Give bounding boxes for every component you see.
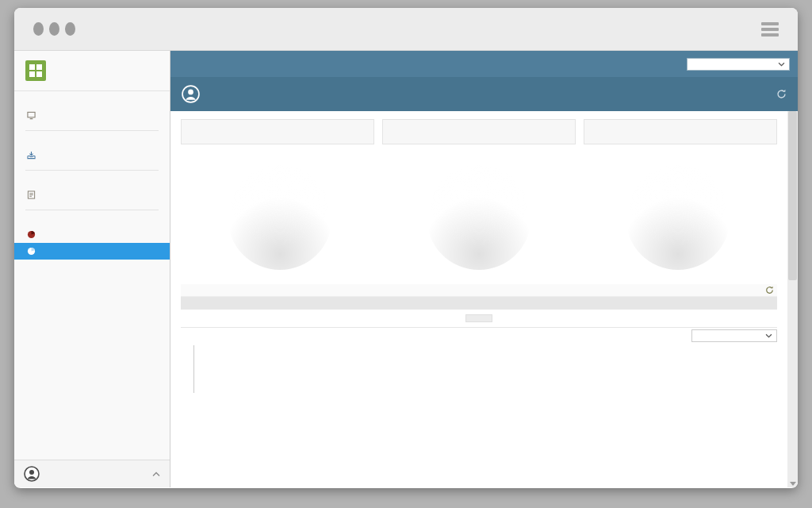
window-controls[interactable]	[33, 22, 75, 36]
sidebar-item-my-overview[interactable]	[14, 243, 170, 260]
load-more-button[interactable]	[465, 314, 492, 322]
refresh-icon[interactable]	[776, 89, 787, 99]
column-header	[181, 297, 297, 310]
pie-chart-priority	[626, 165, 730, 270]
monitor-icon	[27, 111, 36, 120]
sidebar-divider	[25, 210, 159, 210]
workspace-header	[14, 51, 170, 91]
sidebar	[14, 51, 170, 487]
pie-chart-row	[181, 165, 777, 270]
report-content	[170, 111, 787, 487]
assigned-tasks-plot	[193, 345, 777, 393]
scrollbar-down-arrow-icon[interactable]	[790, 482, 796, 486]
assigned-tasks-chart	[181, 345, 777, 393]
workspace-logo-icon[interactable]	[25, 60, 46, 81]
window-titlebar	[14, 8, 798, 51]
chevron-down-icon	[765, 333, 772, 338]
sidebar-item-process-overview[interactable]	[14, 226, 170, 243]
stat-card-escalated	[584, 119, 777, 144]
pie-chart-process-type	[228, 165, 332, 270]
nav-section-forms	[14, 177, 170, 187]
main-panel	[170, 51, 798, 487]
column-header	[634, 297, 753, 310]
hamburger-menu-icon[interactable]	[761, 22, 779, 37]
sidebar-item-dashboard[interactable]	[14, 107, 170, 124]
table-toolbar	[181, 284, 777, 297]
sidebar-divider	[25, 170, 159, 171]
sidebar-user-footer[interactable]	[14, 460, 170, 487]
user-avatar-icon	[24, 466, 40, 482]
stat-cards	[181, 119, 777, 144]
stat-card-completed	[382, 119, 576, 144]
inbox-icon	[27, 151, 36, 160]
sidebar-item-inbox[interactable]	[14, 147, 170, 164]
stat-card-active	[181, 119, 374, 144]
assigned-tasks-header	[181, 329, 777, 342]
window-dot-icon[interactable]	[33, 22, 44, 36]
chart-period-select[interactable]	[691, 329, 777, 342]
form-icon	[27, 190, 36, 199]
window-dot-icon[interactable]	[49, 22, 59, 36]
section-divider	[181, 327, 777, 328]
column-header	[297, 297, 407, 310]
pie-chart-icon	[27, 247, 36, 256]
started-date-select[interactable]	[687, 58, 790, 71]
nav-section-reports	[14, 217, 170, 226]
app-window	[14, 8, 798, 488]
sidebar-divider	[25, 130, 159, 131]
sidebar-nav	[14, 91, 170, 260]
pie-chart-activity	[427, 165, 531, 270]
user-circle-icon	[182, 85, 200, 103]
user-header	[170, 77, 798, 111]
window-dot-icon[interactable]	[65, 22, 75, 36]
chart-y-axis	[181, 345, 193, 393]
column-header	[408, 297, 529, 310]
chevron-up-icon[interactable]	[152, 471, 160, 477]
nav-section-home	[14, 98, 170, 107]
chevron-down-icon	[778, 62, 785, 67]
report-topbar	[170, 51, 798, 77]
pie-chart-icon	[27, 230, 36, 239]
table-refresh-icon[interactable]	[765, 286, 774, 294]
scrollbar-thumb[interactable]	[788, 111, 797, 280]
main-scrollbar[interactable]	[787, 111, 798, 487]
nav-section-my-tasks	[14, 137, 170, 147]
sidebar-item-my-forms[interactable]	[14, 187, 170, 203]
table-header-row	[181, 297, 777, 310]
column-header	[529, 297, 634, 310]
